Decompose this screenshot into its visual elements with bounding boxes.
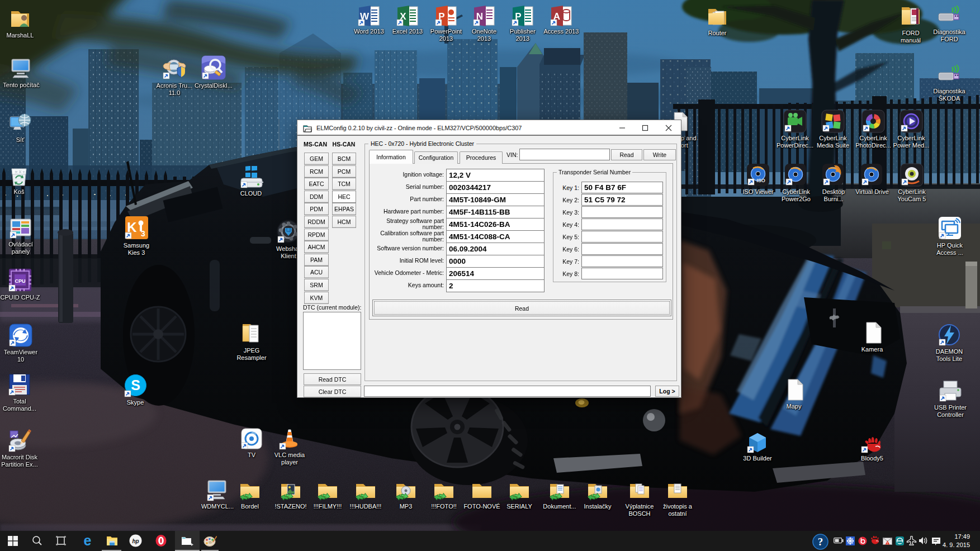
svg-text:3: 3 (141, 229, 145, 238)
svg-text:S: S (131, 377, 140, 393)
svg-text:ISO: ISO (756, 178, 765, 183)
svg-text:hp: hp (132, 538, 139, 544)
svg-text:!: ! (887, 542, 888, 545)
svg-text:?: ? (818, 536, 823, 548)
svg-text:CPU: CPU (15, 278, 25, 284)
